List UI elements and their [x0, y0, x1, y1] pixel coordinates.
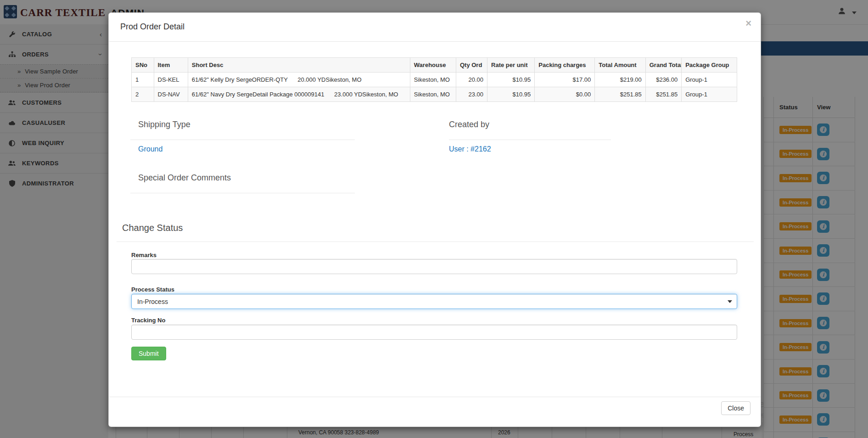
order-items-column-header: Qty Ord [456, 58, 487, 73]
order-items-column-header: Packing charges [535, 58, 595, 73]
order-items-column-header: Package Group [682, 58, 737, 73]
modal-close-icon[interactable]: × [745, 18, 751, 28]
process-status-select[interactable]: In-Process [131, 294, 737, 309]
remarks-label: Remarks [131, 252, 157, 258]
order-item-cell: $0.00 [535, 87, 595, 102]
tracking-no-label: Tracking No [131, 317, 165, 324]
tracking-no-input[interactable] [131, 325, 737, 340]
order-items-column-header: Item [154, 58, 188, 73]
created-by-heading: Created by [449, 120, 489, 129]
change-status-heading: Change Status [122, 223, 183, 233]
modal-header-divider [109, 41, 761, 42]
order-item-cell: $236.00 [645, 73, 681, 87]
order-item-cell: $251.85 [645, 87, 681, 102]
divider [130, 140, 355, 140]
modal-title: Prod Order Detail [120, 22, 185, 32]
submit-button[interactable]: Submit [131, 347, 166, 360]
order-items-column-header: Rate per unit [487, 58, 535, 73]
order-item-cell: 20.00 [456, 73, 487, 87]
order-item-cell: 2 [132, 87, 154, 102]
order-item-cell: $10.95 [487, 87, 535, 102]
order-item-cell: $17.00 [535, 73, 595, 87]
order-items-column-header: SNo [132, 58, 154, 73]
prod-order-detail-modal: Prod Order Detail × SNoItemShort DescWar… [108, 12, 761, 427]
created-by-value[interactable]: User : #2162 [449, 145, 491, 153]
shipping-type-value: Ground [138, 145, 162, 153]
close-button[interactable]: Close [721, 401, 750, 415]
order-items-header-row: SNoItemShort DescWarehouseQty OrdRate pe… [132, 58, 737, 73]
process-status-label: Process Status [131, 286, 174, 293]
order-item-cell: $251.85 [595, 87, 645, 102]
order-items-column-header: Total Amount [595, 58, 645, 73]
order-item-row: 2DS-NAV61/62" Navy Dry SergeDetail Packa… [132, 87, 737, 102]
special-order-comments-heading: Special Order Comments [138, 173, 231, 183]
order-item-cell: 1 [132, 73, 154, 87]
order-item-cell: Sikeston, MO [410, 73, 456, 87]
remarks-input[interactable] [131, 259, 737, 274]
order-item-cell: DS-NAV [154, 87, 188, 102]
order-item-cell: 23.00 [456, 87, 487, 102]
order-item-cell: Group-1 [682, 87, 737, 102]
order-item-cell: $219.00 [595, 73, 645, 87]
order-item-cell: $10.95 [487, 73, 535, 87]
order-items-column-header: Short Desc [188, 58, 410, 73]
order-items-column-header: Grand Total [645, 58, 681, 73]
shipping-type-heading: Shipping Type [138, 120, 190, 129]
modal-footer-divider [109, 397, 761, 397]
order-item-cell: 61/62" Kelly Dry SergeORDER-QTY 20.000 Y… [188, 73, 410, 87]
order-item-row: 1DS-KEL61/62" Kelly Dry SergeORDER-QTY 2… [132, 73, 737, 87]
order-item-cell: Group-1 [682, 73, 737, 87]
order-items-column-header: Warehouse [410, 58, 456, 73]
order-item-cell: DS-KEL [154, 73, 188, 87]
divider [130, 193, 355, 193]
order-item-cell: Sikeston, MO [410, 87, 456, 102]
order-item-cell: 61/62" Navy Dry SergeDetail Package 0000… [188, 87, 410, 102]
divider [117, 241, 754, 242]
divider [449, 140, 611, 140]
order-items-table: SNoItemShort DescWarehouseQty OrdRate pe… [131, 57, 737, 102]
